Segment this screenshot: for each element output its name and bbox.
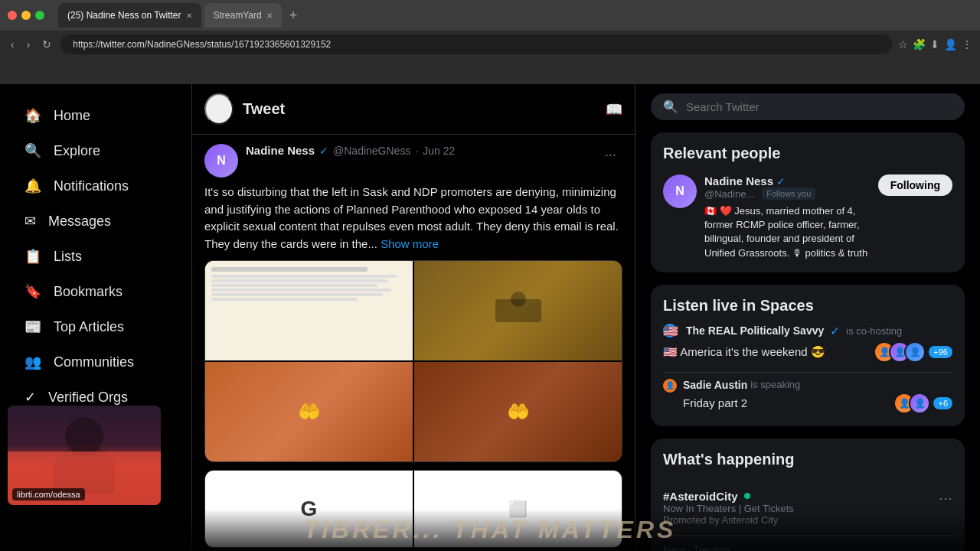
profile-icon[interactable]: 👤: [944, 38, 957, 51]
happening-title-1: #AsteroidCity: [663, 490, 738, 503]
extensions-icon[interactable]: 🧩: [913, 38, 926, 51]
tweet-image-4: 🤲: [414, 362, 622, 461]
space1-host-row: 🇺🇸 The REAL Politically Savvy ✓ is co-ho…: [663, 324, 952, 338]
notifications-icon: 🔔: [24, 178, 41, 194]
person-info: Nadine Ness ✓ @Nadine... Follows you 🇨🇦 …: [704, 174, 871, 260]
back-button[interactable]: ‹: [8, 35, 18, 54]
space2-is-speaking: is speaking: [750, 379, 800, 390]
sidebar-verified-orgs-label: Verified Orgs: [48, 390, 128, 406]
forward-button[interactable]: ›: [24, 35, 34, 54]
space2-title: Friday part 2: [683, 396, 893, 409]
tweet-header: ← Tweet 📖: [192, 84, 635, 135]
maximize-window-button[interactable]: [35, 11, 44, 20]
space2-content-row: Friday part 2 👤 👤 +6: [683, 393, 952, 414]
sidebar-item-top-articles[interactable]: 📰 Top Articles: [12, 311, 179, 343]
tab-twitter[interactable]: (25) Nadine Ness on Twitter ✕: [58, 3, 201, 28]
browser-tabs: (25) Nadine Ness on Twitter ✕ StreamYard…: [58, 3, 972, 28]
sidebar-item-lists[interactable]: 📋 Lists: [12, 240, 179, 272]
tab-twitter-close[interactable]: ✕: [186, 11, 192, 20]
verified-orgs-icon: ✓: [24, 389, 36, 406]
tab-streamyard-label: StreamYard: [214, 10, 262, 21]
sidebar-item-bookmarks[interactable]: 🔖 Bookmarks: [12, 276, 179, 308]
author-name-row: Nadine Ness ✓ @NadineGNess · Jun 22: [246, 144, 591, 157]
tab-streamyard-close[interactable]: ✕: [266, 11, 273, 20]
author-handle: @NadineGNess: [333, 145, 410, 157]
new-tab-button[interactable]: +: [285, 8, 302, 24]
right-sidebar: 🔍 Relevant people N Nadine Ness ✓ @Nadin…: [635, 84, 980, 551]
tweet-column: ← Tweet 📖 N Nadine Ness ✓ @NadineGNess ·…: [191, 84, 635, 551]
messages-icon: ✉: [24, 213, 36, 230]
tweet-date: ·: [415, 145, 418, 157]
video-channel-label: librti.com/odessa: [12, 488, 85, 500]
space1-avatars: 👤 👤 👤 +96: [874, 341, 952, 363]
close-window-button[interactable]: [8, 11, 17, 20]
streamyard-text: tiBrEr... That Matters: [304, 516, 677, 544]
browser-chrome: (25) Nadine Ness on Twitter ✕ StreamYard…: [0, 0, 980, 84]
space2-host-row: Sadie Austin is speaking: [683, 379, 952, 391]
url-input[interactable]: [60, 34, 892, 54]
avatar: N: [204, 144, 238, 178]
left-sidebar: 🏠 Home 🔍 Explore 🔔 Notifications ✉ Messa…: [0, 84, 191, 551]
person-handle: @Nadine...: [704, 188, 754, 200]
happening-header-row: What's happening: [663, 451, 952, 481]
tab-twitter-label: (25) Nadine Ness on Twitter: [67, 10, 181, 21]
tweet-image-2: [414, 261, 622, 360]
following-button[interactable]: Following: [878, 174, 952, 196]
sidebar-bookmarks-label: Bookmarks: [54, 284, 122, 300]
top-articles-icon: 📰: [24, 318, 41, 335]
happening-more-button-1[interactable]: ⋯: [939, 490, 952, 507]
minimize-window-button[interactable]: [21, 11, 31, 20]
sidebar-item-messages[interactable]: ✉ Messages: [12, 205, 179, 237]
relevant-person: N Nadine Ness ✓ @Nadine... Follows you 🇨…: [663, 174, 952, 260]
author-name: Nadine Ness: [246, 144, 315, 157]
tweet-image-3: 🤲: [205, 362, 413, 461]
space2-avatars: 👤 👤 +6: [893, 393, 952, 414]
space2-host-name: Sadie Austin: [683, 379, 747, 391]
space-item-2: 👤 Sadie Austin is speaking Friday part 2…: [663, 372, 952, 414]
person-name: Nadine Ness: [704, 174, 773, 187]
person-bio: 🇨🇦 ❤️ Jesus, married mother of 4, former…: [704, 204, 871, 260]
tweet-text: It's so disturbing that the left in Sask…: [204, 184, 622, 253]
space-item-1: 🇺🇸 The REAL Politically Savvy ✓ is co-ho…: [663, 324, 952, 363]
bookmark-star-icon[interactable]: ☆: [898, 38, 908, 51]
spaces-section: Listen live in Spaces 🇺🇸 The REAL Politi…: [651, 285, 965, 426]
space1-title: 🇺🇸 America it's the weekend 😎: [663, 345, 874, 359]
bookmarks-icon: 🔖: [24, 283, 41, 300]
space1-avatar-3: 👤: [904, 341, 926, 363]
sidebar-messages-label: Messages: [48, 214, 111, 230]
sidebar-home-label: Home: [54, 108, 90, 124]
sidebar-item-notifications[interactable]: 🔔 Notifications: [12, 170, 179, 202]
bookmark-icon[interactable]: 📖: [606, 101, 622, 118]
tab-streamyard[interactable]: StreamYard ✕: [204, 3, 282, 28]
space2-count: +6: [933, 397, 952, 409]
space1-host-avatar: 🇺🇸: [663, 324, 677, 337]
refresh-button[interactable]: ↻: [39, 35, 54, 54]
tweet-more-button[interactable]: ···: [599, 144, 622, 166]
download-icon[interactable]: ⬇: [930, 38, 939, 51]
spaces-title: Listen live in Spaces: [663, 297, 952, 315]
space1-host-name: The REAL Politically Savvy: [686, 324, 824, 337]
tweet-image-grid[interactable]: 🤲 🤲: [204, 260, 622, 462]
page-title: Tweet: [243, 100, 596, 118]
tweet-image-1: [205, 261, 413, 360]
sidebar-communities-label: Communities: [54, 354, 134, 370]
video-overlay: librti.com/odessa: [8, 406, 161, 505]
space2-info: Sadie Austin is speaking Friday part 2 👤…: [683, 379, 952, 414]
communities-icon: 👥: [24, 354, 41, 370]
show-more-link[interactable]: Show more: [381, 237, 439, 250]
search-input[interactable]: [686, 100, 952, 113]
menu-icon[interactable]: ⋮: [962, 38, 972, 51]
space1-count: +96: [929, 346, 952, 358]
whats-happening-title: What's happening: [663, 451, 794, 468]
tweet-author-row: N Nadine Ness ✓ @NadineGNess · Jun 22 ··…: [204, 144, 622, 178]
sidebar-item-home[interactable]: 🏠 Home: [12, 99, 179, 132]
sidebar-item-communities[interactable]: 👥 Communities: [12, 346, 179, 378]
back-button[interactable]: ←: [204, 93, 234, 125]
relevant-people-section: Relevant people N Nadine Ness ✓ @Nadine.…: [651, 132, 965, 272]
search-bar[interactable]: 🔍: [651, 93, 965, 120]
sidebar-item-explore[interactable]: 🔍 Explore: [12, 135, 179, 167]
space2-host-avatar: 👤: [663, 379, 677, 393]
person-verified-icon: ✓: [776, 175, 786, 187]
main-content: 🏠 Home 🔍 Explore 🔔 Notifications ✉ Messa…: [0, 84, 980, 551]
tweet-date-value: Jun 22: [423, 145, 455, 157]
